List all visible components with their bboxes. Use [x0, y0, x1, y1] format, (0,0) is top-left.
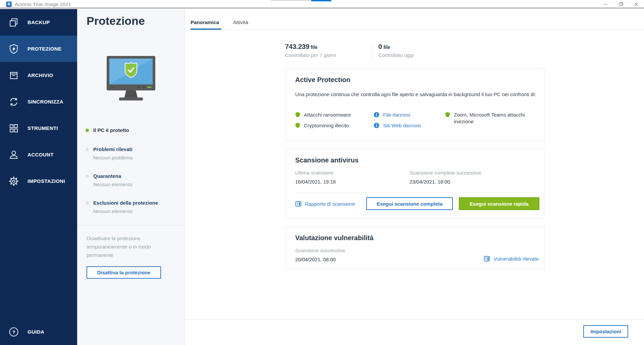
status-protected: Il PC è protetto — [86, 127, 129, 133]
restore-icon — [619, 2, 623, 6]
issues-detected-value: Nessun problema — [93, 155, 133, 160]
protection-item: Zoom, Microsoft Teams attacchi iniezione — [445, 112, 539, 130]
issues-detected-link[interactable]: Problemi rilevati — [93, 146, 133, 152]
disable-protection-hint: Disattivare la protezione temporaneament… — [87, 234, 171, 259]
scan-actions-row: Rapporto di scansione Esegui scansione c… — [295, 197, 539, 210]
protection-item-label: Zoom, Microsoft Teams attacchi iniezione — [454, 112, 539, 125]
gray-status-dot — [86, 148, 89, 151]
shield-green-icon — [445, 112, 450, 119]
app-logo-icon: A — [6, 1, 12, 7]
active-tab-underline — [191, 28, 221, 30]
report-icon — [295, 201, 302, 207]
scan-report-label: Rapporto di scansione — [305, 201, 355, 207]
vulnerability-card: Valutazione vulnerabilità Scansione succ… — [285, 226, 544, 269]
svg-text:?: ? — [12, 329, 15, 335]
sidebar-item-backup[interactable]: BACKUP — [0, 9, 77, 36]
archive-box-icon — [8, 70, 19, 80]
next-scan-label: Scansione successiva: — [295, 248, 346, 253]
run-full-scan-button[interactable]: Esegui scansione completa — [366, 197, 453, 210]
stat-value: 743.239 — [285, 43, 309, 50]
sidebar-item-label: IMPOSTAZIONI — [28, 178, 65, 184]
last-scan-value: 16/04/2021, 19:18 — [295, 179, 336, 185]
restore-button[interactable] — [613, 0, 629, 8]
disable-protection-button[interactable]: Disattiva la protezione — [87, 266, 161, 279]
gear-icon — [8, 176, 19, 187]
stat-value: 0 — [378, 43, 382, 50]
stat-files-today: 0file Controllato oggi — [378, 43, 414, 58]
protection-item-label: Attacchi ransomware — [304, 112, 351, 118]
last-scan-label: Ultima scansione: — [295, 170, 335, 176]
stat-caption: Controllato oggi — [378, 52, 414, 58]
shield-green-icon — [295, 112, 300, 119]
antivirus-scan-card: Scansione antivirus Ultima scansione: 16… — [285, 149, 544, 218]
sidebar-item-impostazioni[interactable]: IMPOSTAZIONI — [0, 168, 77, 194]
sidebar-item-label: ARCHIVIO — [28, 72, 53, 78]
card-title: Active Protection — [295, 76, 350, 84]
next-full-scan-link[interactable]: 23/04/2021, 18:00 — [410, 179, 450, 185]
sidebar-item-strumenti[interactable]: STRUMENTI — [0, 115, 77, 141]
malicious-files-link[interactable]: File dannosi — [383, 112, 410, 118]
sidebar-item-label: GUIDA — [28, 329, 44, 335]
tab-attivita[interactable]: Attività — [233, 19, 248, 25]
settings-button[interactable]: Impostazioni — [583, 325, 628, 338]
close-icon — [634, 2, 638, 6]
status-protected-label: Il PC è protetto — [93, 127, 129, 133]
shield-bolt-icon — [8, 44, 19, 54]
sidebar-item-account[interactable]: ACCOUNT — [0, 141, 77, 168]
protection-items-grid: Attacchi ransomware Cryptomining illecit… — [295, 112, 539, 130]
active-protection-description: Una protezione continua che controlla og… — [295, 90, 537, 98]
backup-icon — [8, 17, 19, 27]
sidebar-item-protezione[interactable]: PROTEZIONE — [0, 36, 77, 62]
quarantine-value: Nessun elemento — [93, 182, 132, 187]
progress-mini-bar — [271, 0, 331, 1]
protection-exclusions-link[interactable]: Esclusioni della protezione — [93, 200, 158, 206]
sidebar-nav: BACKUP PROTEZIONE ARCHIVIO — [0, 9, 77, 345]
gray-status-dot — [86, 175, 89, 178]
close-button[interactable] — [629, 0, 644, 8]
run-quick-scan-button[interactable]: Esegui scansione rapida — [459, 197, 539, 210]
footer-divider — [185, 319, 644, 320]
protection-item: Attacchi ransomware — [295, 112, 374, 119]
active-protection-card: Active Protection Una protezione continu… — [285, 68, 544, 141]
scan-report-link[interactable]: Rapporto di scansione — [295, 201, 355, 207]
sidebar-item-sincronizza[interactable]: SINCRONIZZA — [0, 88, 77, 115]
sidebar-item-label: STRUMENTI — [28, 125, 58, 131]
protected-pc-illustration — [97, 55, 165, 108]
malicious-websites-link[interactable]: Siti Web dannosi — [383, 122, 421, 129]
sidebar-item-label: ACCOUNT — [28, 152, 54, 157]
gray-status-dot — [86, 201, 89, 205]
card-title: Scansione antivirus — [295, 156, 359, 164]
card-title: Valutazione vulnerabilità — [295, 234, 373, 242]
stats-divider — [372, 44, 372, 61]
shield-green-icon — [295, 123, 300, 130]
minimize-icon — [603, 2, 607, 6]
sidebar-item-archivio[interactable]: ARCHIVIO — [0, 62, 77, 88]
next-scan-value: 20/04/2021, 08:00 — [295, 257, 336, 262]
stat-files-week: 743.239file Controllato per 7 giorni — [285, 43, 336, 58]
tab-bar: Panoramica Attività — [185, 9, 644, 30]
status-group-quarantine: Quarantena Nessun elemento — [86, 173, 132, 187]
tab-panoramica[interactable]: Panoramica — [191, 19, 219, 25]
person-icon — [8, 150, 19, 160]
panel-divider — [77, 225, 184, 225]
card-divider — [295, 192, 535, 193]
sidebar-item-label: SINCRONIZZA — [28, 99, 63, 105]
vulnerabilities-found-link[interactable]: Vulnerabilità rilevate — [484, 256, 539, 262]
info-icon — [374, 123, 379, 130]
status-group-issues: Problemi rilevati Nessun problema — [86, 146, 133, 160]
page-title: Protezione — [87, 14, 145, 27]
help-icon: ? — [8, 327, 19, 337]
quarantine-link[interactable]: Quarantena — [93, 173, 132, 179]
sidebar-item-guida[interactable]: ? GUIDA — [0, 319, 77, 345]
sidebar-item-label: PROTEZIONE — [28, 46, 62, 52]
vulnerabilities-found-label: Vulnerabilità rilevate — [493, 256, 539, 262]
protection-item: File dannosi — [374, 112, 445, 119]
protection-status-panel: Protezione Il PC è protetto Problemi ril… — [77, 9, 185, 345]
window-controls — [598, 0, 644, 8]
stat-unit: file — [311, 45, 317, 50]
protection-item-label: Cryptomining illecito — [304, 122, 349, 129]
main-content: Panoramica Attività 743.239file Controll… — [185, 9, 644, 345]
minimize-button[interactable] — [598, 0, 613, 8]
exclusions-value: Nessun elemento — [93, 208, 158, 214]
title-bar: A Acronis True Image 2021 — [0, 0, 644, 8]
